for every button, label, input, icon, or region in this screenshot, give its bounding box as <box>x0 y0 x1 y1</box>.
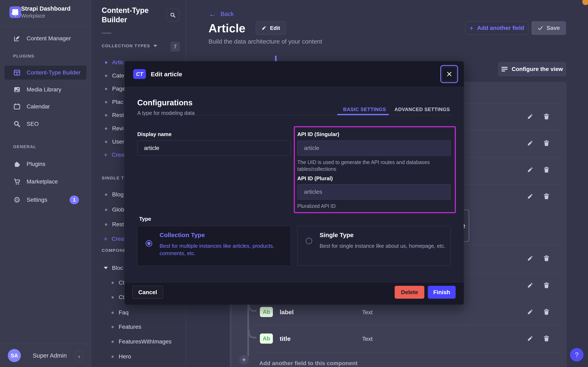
arrow-left-icon: ← <box>209 11 216 17</box>
component-item[interactable]: Hero <box>111 352 131 361</box>
edit-button[interactable]: Edit <box>256 21 286 35</box>
cancel-button[interactable]: Cancel <box>132 286 163 299</box>
ctb-sidebar-title: Content-Type Builder <box>102 6 167 25</box>
strapi-logo[interactable] <box>9 6 21 18</box>
edit-row-button[interactable] <box>526 139 534 147</box>
sidebar-item-label: Marketplace <box>27 178 58 185</box>
search-icon <box>170 12 176 18</box>
sidebar-item-label: Plugins <box>27 161 45 167</box>
display-name-input[interactable] <box>137 141 291 156</box>
close-button-focus-ring <box>440 65 458 83</box>
single-item-label: Glob <box>112 206 124 213</box>
logo-square <box>12 9 18 15</box>
collection-item-article[interactable]: Artic <box>105 58 124 67</box>
bullet-icon <box>105 88 107 90</box>
help-button[interactable]: ? <box>570 348 583 361</box>
save-button[interactable]: Save <box>531 21 566 35</box>
cart-icon <box>13 178 21 185</box>
edit-row-button[interactable] <box>526 192 534 200</box>
components-header[interactable]: COMPONE <box>102 248 126 253</box>
modal-footer: Cancel Delete Finish <box>124 282 464 305</box>
bullet-icon <box>105 114 107 117</box>
edit-row-button[interactable] <box>526 254 534 262</box>
search-button[interactable] <box>166 9 179 21</box>
component-item[interactable]: Features <box>111 323 141 331</box>
modal-subheading: A type for modeling data <box>137 110 195 116</box>
delete-row-button[interactable] <box>543 113 550 120</box>
single-item[interactable]: Glob <box>105 206 124 214</box>
sidebar-item-content-manager[interactable]: Content Manager <box>5 32 86 45</box>
display-name-label: Display name <box>137 131 172 137</box>
logo-fold-bottom <box>15 15 18 17</box>
delete-row-button[interactable] <box>543 308 550 316</box>
workspace-subtitle: Workplace <box>21 13 45 19</box>
delete-row-button[interactable] <box>543 335 550 342</box>
delete-row-button[interactable] <box>543 139 550 147</box>
sidebar-item-settings[interactable]: ⚙ Settings 1 <box>5 193 86 207</box>
collection-item[interactable]: Page <box>105 85 125 93</box>
collapse-sidebar-button[interactable]: ‹ <box>75 351 83 362</box>
add-another-field-button[interactable]: + Add another field <box>465 21 528 35</box>
sidebar-item-plugins[interactable]: Plugins <box>5 157 86 171</box>
field-name: label <box>280 309 294 316</box>
collection-item[interactable]: Plac <box>105 98 123 106</box>
finish-button[interactable]: Finish <box>428 286 456 299</box>
sidebar-item-label: Content Manager <box>27 35 71 42</box>
collection-item[interactable]: Cate <box>105 72 124 80</box>
add-field-to-component-label[interactable]: Add another field to this component <box>259 360 358 367</box>
component-item[interactable]: Ct <box>111 279 124 287</box>
edit-row-button[interactable] <box>526 282 534 289</box>
calendar-icon <box>13 103 21 110</box>
delete-row-button[interactable] <box>543 254 550 262</box>
row-actions <box>526 192 550 200</box>
api-id-plural-input[interactable] <box>297 184 451 200</box>
radio-unselected-icon[interactable] <box>306 238 312 244</box>
delete-row-button[interactable] <box>543 282 550 289</box>
collection-types-header[interactable]: COLLECTION TYPES <box>102 43 157 48</box>
sidebar-item-seo[interactable]: SEO <box>5 117 86 131</box>
radio-selected-icon[interactable] <box>146 240 152 247</box>
create-collection-type-link[interactable]: +Creat <box>104 151 126 159</box>
add-field-to-component-button[interactable]: + <box>239 355 249 365</box>
collection-type-option[interactable]: Collection Type Best for multiple instan… <box>137 226 291 266</box>
bullet-icon <box>111 282 114 284</box>
edit-row-button[interactable] <box>526 335 534 342</box>
single-type-option[interactable]: Single Type Best for single instance lik… <box>297 226 451 266</box>
tab-basic-settings[interactable]: BASIC SETTINGS <box>343 107 386 112</box>
edit-row-button[interactable] <box>526 166 534 174</box>
component-item[interactable]: Faq <box>111 309 128 317</box>
back-label: Back <box>221 11 234 17</box>
single-types-header[interactable]: SINGLE TY <box>102 175 127 180</box>
component-item[interactable]: Ct <box>111 293 124 301</box>
bullet-icon <box>105 223 107 226</box>
tab-advanced-settings[interactable]: ADVANCED SETTINGS <box>394 107 450 112</box>
collection-item-label: Rest <box>112 112 124 118</box>
configure-view-button[interactable]: Configure the view <box>498 62 566 76</box>
single-type-title: Single Type <box>320 232 446 239</box>
collection-item[interactable]: Rest <box>105 111 124 119</box>
edit-row-button[interactable] <box>526 113 534 120</box>
sidebar-item-media-library[interactable]: Media Library <box>5 83 86 97</box>
delete-button[interactable]: Delete <box>395 286 424 299</box>
single-item[interactable]: Blog <box>105 191 124 199</box>
delete-row-button[interactable] <box>543 192 550 200</box>
user-avatar[interactable]: SA <box>8 349 21 362</box>
delete-row-button[interactable] <box>543 166 550 174</box>
single-item[interactable]: Rest <box>105 220 124 228</box>
collection-item[interactable]: Revi <box>105 124 124 133</box>
bullet-icon <box>105 193 107 196</box>
api-id-singular-input[interactable] <box>297 141 451 156</box>
collection-type-title: Collection Type <box>160 232 286 239</box>
close-button[interactable] <box>442 67 456 81</box>
back-link[interactable]: ← Back <box>209 11 234 17</box>
workspace-title: Strapi Dashboard <box>21 5 71 12</box>
component-group-blocks[interactable]: Bloc <box>104 264 123 272</box>
save-label: Save <box>547 25 560 31</box>
edit-row-button[interactable] <box>526 308 534 316</box>
sidebar-item-calendar[interactable]: Calendar <box>5 100 86 114</box>
sidebar-item-content-type-builder[interactable]: Content-Type Builder <box>5 66 86 80</box>
collection-item[interactable]: User <box>105 138 124 146</box>
component-item[interactable]: FeaturesWithImages <box>111 338 171 346</box>
modal-title: Edit article <box>151 71 182 78</box>
sidebar-item-marketplace[interactable]: Marketplace <box>5 175 86 189</box>
